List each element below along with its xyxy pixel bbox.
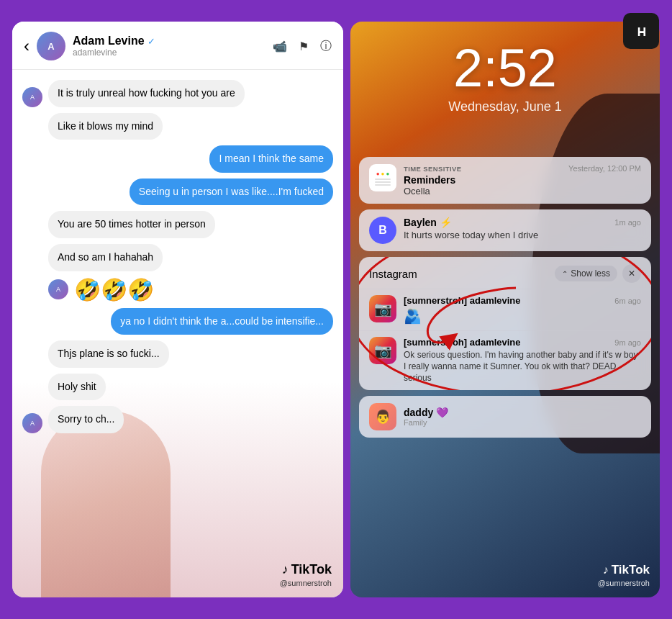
bubble-sent: Seeing u in person I was like....I'm fuc… (130, 179, 333, 206)
dm-user-name: Adam Levine (73, 35, 145, 48)
bubble-received: Sorry to ch... (48, 406, 124, 433)
message-8: Holy shit (48, 374, 284, 401)
reminders-title: Reminders (404, 174, 641, 186)
ig-time-2: 9m ago (614, 338, 641, 347)
dm-header: ‹ A Adam Levine ✓ adamlevine 📹 ⚑ ⓘ (12, 22, 343, 70)
ig-body-2: Ok serious question. I'm having another … (404, 349, 641, 384)
bubble-received: It is truly unreal how fucking hot you a… (48, 80, 245, 107)
lockscreen-content: 2:52 Wednesday, June 1 (350, 22, 660, 114)
message-5: You are 50 times hotter in person (48, 211, 284, 238)
message-3: I mean I think the same (22, 145, 333, 173)
verified-icon: ✓ (147, 36, 155, 47)
tiktok-footer-left: ♪ TikTok @sumnerstroh (280, 562, 332, 587)
instagram-icon-2: 📷 (369, 337, 396, 364)
message-7: Thjs plane is so fucki... (48, 340, 284, 368)
flag-icon[interactable]: ⚑ (299, 40, 309, 53)
logo-icon: ʜ (637, 22, 646, 40)
tiktok-icon-right: ♪ (603, 564, 609, 577)
instagram-header: Instagram ⌃ Show less ✕ (359, 257, 651, 289)
tiktok-handle-right: @sumnerstroh (598, 579, 650, 587)
reminders-app-label: TIME SENSITIVE (404, 165, 462, 173)
msg-avatar-small: A (22, 413, 42, 433)
ig-notif-2-content: [sumnerstroh] adamlevine 9m ago Ok serio… (404, 337, 641, 384)
message-emoji: A 🤣🤣🤣 (48, 277, 333, 302)
left-panel: ‹ A Adam Levine ✓ adamlevine 📹 ⚑ ⓘ (12, 22, 343, 597)
back-button[interactable]: ‹ (24, 36, 29, 56)
bubble-received: Thjs plane is so fucki... (48, 340, 169, 368)
reminders-icon: ● ● ● (369, 164, 396, 191)
emoji-with-avatar: A 🤣🤣🤣 (48, 277, 154, 302)
chat-area: A It is truly unreal how fucking hot you… (12, 70, 343, 595)
info-icon[interactable]: ⓘ (320, 39, 332, 54)
reminders-body: Ocella (404, 186, 641, 196)
video-call-icon[interactable]: 📹 (273, 40, 287, 53)
daddy-avatar: 👨 (369, 403, 396, 430)
instagram-app-label: Instagram (369, 268, 417, 280)
ig-time-1: 6m ago (614, 297, 641, 305)
ig-sender-1: [sumnerstroh] adamlevine (404, 295, 521, 306)
bubble-sent: I mean I think the same (209, 145, 333, 173)
msg-avatar: A (22, 87, 42, 107)
baylen-avatar: B (369, 217, 396, 244)
instagram-notif-2[interactable]: 📷 [sumnerstroh] adamlevine 9m ago Ok ser… (359, 330, 651, 390)
dm-handle: adamlevine (73, 48, 273, 58)
instagram-close-button[interactable]: ✕ (622, 264, 641, 283)
emoji-text: 🤣🤣🤣 (74, 277, 154, 302)
message-6: And so am I hahahah (48, 244, 284, 271)
ig-sender-2: [sumnerstroh] adamlevine (404, 337, 521, 348)
show-less-button[interactable]: ⌃ Show less (555, 266, 617, 281)
message-sent-partial: ya no I didn't think the a...could be in… (22, 308, 333, 335)
instagram-group: Instagram ⌃ Show less ✕ (359, 257, 651, 390)
bubble-received: You are 50 times hotter in person (48, 211, 215, 238)
bubble-received: And so am I hahahah (48, 244, 163, 271)
show-less-label: Show less (571, 268, 610, 279)
message-1: A It is truly unreal how fucking hot you… (22, 80, 258, 107)
daddy-group: Family (404, 418, 641, 427)
baylen-time: 1m ago (614, 218, 641, 227)
lock-time: 2:52 (363, 42, 647, 95)
daddy-content: daddy 💜 Family (404, 407, 641, 427)
msg-avatar-small: A (48, 279, 68, 299)
reminders-content: TIME SENSITIVE Yesterday, 12:00 PM Remin… (404, 164, 641, 196)
instagram-notif-1[interactable]: 📷 [sumnerstroh] adamlevine 6m ago 🫂 (359, 289, 651, 330)
tiktok-name-left: TikTok (291, 562, 332, 577)
instagram-icon-1: 📷 (369, 295, 396, 322)
reminders-notification[interactable]: ● ● ● TIME SENSITIVE Yesterday, 12:00 PM (359, 157, 651, 204)
tiktok-icon-left: ♪ (282, 562, 289, 577)
avatar: A (37, 32, 65, 60)
bubble-received: Like it blows my mind (48, 113, 163, 140)
notifications-area: ● ● ● TIME SENSITIVE Yesterday, 12:00 PM (359, 157, 651, 438)
baylen-body: It hurts worse today when I drive (404, 230, 641, 240)
user-info: Adam Levine ✓ adamlevine (73, 35, 273, 58)
header-actions: 📹 ⚑ ⓘ (273, 39, 332, 54)
bubble-received: Holy shit (48, 374, 106, 401)
daddy-notification[interactable]: 👨 daddy 💜 Family (359, 396, 651, 438)
tiktok-handle-left: @sumnerstroh (280, 579, 332, 587)
ig-notif-1-content: [sumnerstroh] adamlevine 6m ago 🫂 (404, 295, 641, 325)
right-panel: 2:52 Wednesday, June 1 ● ● ● (350, 22, 660, 597)
bubble-sent-partial: ya no I didn't think the a...could be in… (111, 308, 333, 335)
baylen-notification[interactable]: B Baylen ⚡ 1m ago It hurts worse today w… (359, 209, 651, 251)
reminders-time: Yesterday, 12:00 PM (568, 164, 641, 173)
tiktok-footer-right: ♪ TikTok @sumnerstroh (598, 563, 650, 587)
tiktok-name-right: TikTok (612, 563, 650, 577)
message-4: Seeing u in person I was like....I'm fuc… (22, 179, 333, 206)
ig-body-1: 🫂 (404, 307, 641, 325)
logo-badge: ʜ (623, 13, 659, 49)
message-2: Like it blows my mind (48, 113, 284, 140)
daddy-name: daddy 💜 (404, 407, 641, 418)
message-9: A Sorry to ch... (22, 406, 258, 433)
baylen-content: Baylen ⚡ 1m ago It hurts worse today whe… (404, 217, 641, 240)
lock-date: Wednesday, June 1 (363, 99, 647, 114)
close-icon: ✕ (628, 268, 635, 279)
baylen-name: Baylen ⚡ (404, 217, 452, 228)
